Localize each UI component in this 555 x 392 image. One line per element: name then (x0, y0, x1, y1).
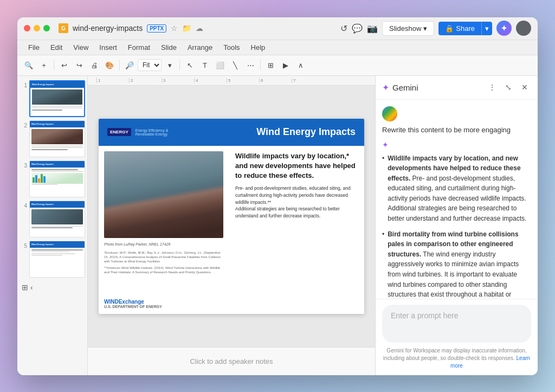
slide-item-2[interactable]: 2 Wind Energy Impacts (20, 120, 85, 157)
menu-view[interactable]: View (69, 42, 93, 53)
menu-tools[interactable]: Tools (219, 42, 244, 53)
menu-arrange[interactable]: Arrange (183, 42, 217, 53)
slide-thumbnail-5[interactable]: Wind Energy Impacts (29, 241, 85, 278)
footnote2: **American Wind Wildlife Institute. (201… (104, 266, 223, 275)
user-avatar[interactable] (516, 21, 531, 36)
thumb-image-1 (32, 89, 82, 105)
folder-icon[interactable]: 📁 (182, 24, 191, 33)
line-tool[interactable]: ╲ (228, 58, 242, 72)
slide-number-3: 3 (20, 163, 27, 169)
slide-number-2: 2 (20, 123, 27, 128)
ruler-mark-5: 5 (227, 78, 259, 83)
grid-view-icon[interactable]: ⊞ (22, 283, 28, 292)
wind-exchange-logo: WINDExchange U.S. DEPARTMENT OF ENERGY (104, 299, 162, 309)
ruler-mark-1: 1 (96, 78, 129, 83)
cursor-tool[interactable]: ↖ (183, 58, 197, 72)
slide-item-5[interactable]: 5 Wind Energy Impacts (20, 241, 85, 278)
share-dropdown-button[interactable]: ▾ (481, 22, 492, 35)
redo-button[interactable]: ↪ (72, 58, 86, 72)
slideshow-label: Slideshow (389, 24, 421, 33)
wind-dept-text: U.S. DEPARTMENT OF ENERGY (104, 305, 162, 309)
bar-1 (33, 177, 35, 183)
photo-caption: Photo from LuRay Parker, NREL 17429 (104, 242, 223, 246)
gemini-expand-button[interactable]: ⤡ (502, 81, 515, 94)
slide-thumbnail-4[interactable]: Wind Energy Impacts (29, 201, 85, 237)
menu-edit[interactable]: Edit (46, 42, 67, 53)
file-title: wind-energy-impacts (73, 24, 143, 33)
paint-format-button[interactable]: 🎨 (102, 58, 117, 72)
thumb-line-3a (31, 169, 78, 170)
gemini-star-icon: ✦ (382, 82, 389, 93)
gemini-close-button[interactable]: ✕ (518, 81, 531, 94)
minimize-button[interactable] (34, 25, 40, 31)
comment-icon[interactable]: 💬 (352, 23, 363, 34)
thumb-header-3: Wind Energy Impacts (30, 161, 85, 168)
menu-format[interactable]: Format (124, 42, 154, 53)
thumb-header-5: Wind Energy Impacts (30, 241, 85, 248)
zoom-button[interactable]: 🔎 (122, 58, 137, 72)
menu-insert[interactable]: Insert (95, 42, 121, 53)
ruler-mark-6: 6 (259, 78, 292, 83)
slide-thumbnail-1[interactable]: Wind Energy Impacts (29, 80, 85, 117)
gemini-more-options[interactable]: ⋮ (486, 81, 499, 94)
maximize-button[interactable] (43, 25, 50, 31)
history-icon[interactable]: ↺ (340, 23, 347, 34)
thumb-content-5 (30, 248, 85, 259)
undo-button[interactable]: ↩ (57, 58, 71, 72)
speaker-notes-area[interactable]: Click to add speaker notes (88, 347, 375, 375)
slide-item-3[interactable]: 3 Wind Energy Impacts (20, 160, 85, 197)
menu-file[interactable]: File (24, 42, 44, 53)
zoom-dropdown-btn[interactable]: ▾ (163, 58, 177, 72)
gemini-content: Rewrite this content to be more engaging… (376, 100, 538, 299)
zoom-out-button[interactable]: 🔍 (22, 58, 36, 72)
shape-tool[interactable]: ⬜ (213, 58, 227, 72)
star-icon[interactable]: ☆ (171, 24, 178, 33)
bullet-dot-2: • (382, 229, 384, 299)
slide-left-column: Photo from LuRay Parker, NREL 17429 *Eri… (99, 146, 229, 314)
present-mode-button[interactable]: ▶ (279, 58, 293, 72)
gemini-fab-button[interactable]: ✦ (496, 21, 512, 36)
bullet-text-1: Wildlife impacts vary by location, and n… (388, 153, 531, 224)
slide-item-1[interactable]: 1 Wind Energy Impacts (20, 80, 85, 117)
collapse-panel-icon[interactable]: ‹ (30, 283, 33, 292)
layout-button[interactable]: ⊞ (263, 58, 278, 72)
gemini-panel: ✦ Gemini ⋮ ⤡ ✕ Rewrite this content to b… (375, 76, 538, 375)
thumb-header-4: Wind Energy Impacts (30, 201, 85, 208)
share-button[interactable]: 🔒 Share (438, 22, 481, 35)
app-icon: G (59, 23, 68, 33)
close-button[interactable] (24, 25, 30, 31)
thumb-header-1: Wind Energy Impacts (30, 81, 84, 88)
slide-canvas-area[interactable]: ENERGY Energy Efficiency & Renewable Ene… (88, 86, 375, 347)
thumb-line-5c (31, 253, 75, 254)
text-tool[interactable]: T (198, 58, 212, 72)
ruler-marks: 1 2 3 4 5 6 7 (96, 78, 324, 83)
separator-4 (260, 60, 261, 70)
thumb-chart-3 (31, 173, 83, 184)
gemini-prompt-input[interactable]: Enter a prompt here (382, 305, 531, 343)
gemini-title-text: Gemini (392, 83, 418, 92)
thumb-title-4: Wind Energy Impacts (31, 203, 54, 205)
slide-thumbnail-2[interactable]: Wind Energy Impacts (29, 120, 85, 157)
bullet-dot-1: • (382, 153, 384, 224)
thumb-content-3 (30, 168, 85, 188)
present-icon[interactable]: 📷 (367, 23, 378, 34)
slide-item-4[interactable]: 4 Wind Energy Impacts (20, 201, 85, 237)
ruler-mark-4: 4 (194, 78, 227, 83)
thumb-line-4b (31, 227, 73, 228)
thumb-image-4 (31, 209, 83, 224)
thumb-image-2 (31, 129, 83, 144)
slide-thumbnail-3[interactable]: Wind Energy Impacts (29, 160, 85, 197)
menu-slide[interactable]: Slide (157, 42, 181, 53)
thumb-line-3b (31, 171, 83, 172)
thumb-content-1 (30, 88, 84, 113)
more-options[interactable]: ∧ (294, 58, 308, 72)
slide-canvas[interactable]: ENERGY Energy Efficiency & Renewable Ene… (99, 119, 364, 314)
cloud-icon[interactable]: ☁ (196, 24, 203, 33)
slideshow-button[interactable]: Slideshow ▾ (382, 21, 434, 36)
more-tools[interactable]: ⋯ (243, 58, 257, 72)
slides-panel: 1 Wind Energy Impacts 2 (17, 76, 88, 375)
menu-help[interactable]: Help (247, 42, 270, 53)
print-button[interactable]: 🖨 (87, 58, 101, 72)
zoom-in-button[interactable]: + (37, 58, 51, 72)
zoom-select[interactable]: Fit (138, 59, 162, 71)
